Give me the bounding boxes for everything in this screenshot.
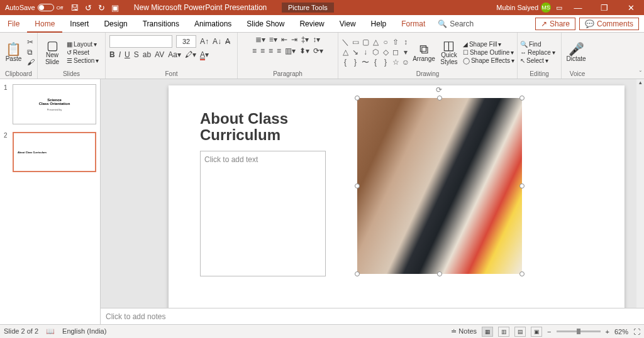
user-account[interactable]: Mubin Saiyed MS xyxy=(496,3,551,13)
increase-font-icon[interactable]: A↑ xyxy=(200,37,209,46)
align-left-icon[interactable]: ≡ xyxy=(252,46,257,55)
replace-button[interactable]: ↔Replace ▾ xyxy=(520,49,555,56)
font-color-icon[interactable]: A▾ xyxy=(200,50,209,59)
notes-pane[interactable]: Click to add notes xyxy=(101,308,644,324)
tab-slideshow[interactable]: Slide Show xyxy=(239,15,292,33)
tab-help[interactable]: Help xyxy=(364,15,394,33)
tab-design[interactable]: Design xyxy=(96,15,135,33)
tab-view[interactable]: View xyxy=(332,15,364,33)
zoom-out-button[interactable]: − xyxy=(547,328,551,335)
decrease-indent-icon[interactable]: ⇤ xyxy=(281,35,287,44)
paste-button[interactable]: 📋 Paste xyxy=(3,43,25,62)
resize-handle[interactable] xyxy=(437,95,442,101)
notes-toggle[interactable]: ≐ Notes xyxy=(451,327,477,335)
zoom-in-button[interactable]: + xyxy=(606,328,609,335)
search-box[interactable]: 🔍 Search xyxy=(438,15,474,32)
shadow-icon[interactable]: ab xyxy=(143,50,151,59)
tab-transitions[interactable]: Transitions xyxy=(135,15,187,33)
align-text-icon[interactable]: ⬍▾ xyxy=(299,46,309,55)
minimize-button[interactable]: — xyxy=(567,0,589,15)
dictate-button[interactable]: 🎤 Dictate xyxy=(564,43,588,62)
italic-icon[interactable]: I xyxy=(119,50,121,59)
text-direction-icon[interactable]: ↕▾ xyxy=(313,35,320,44)
collapse-ribbon-icon[interactable]: ˇ xyxy=(640,70,641,77)
section-button[interactable]: ☰Section ▾ xyxy=(67,57,99,64)
language-indicator[interactable]: English (India) xyxy=(62,327,106,335)
tab-file[interactable]: File xyxy=(0,15,27,33)
resize-handle[interactable] xyxy=(519,271,525,276)
selected-picture[interactable]: ⟳ ✥ xyxy=(357,98,522,274)
close-button[interactable]: ✕ xyxy=(620,0,641,15)
normal-view-button[interactable]: ▦ xyxy=(482,327,493,337)
rotate-handle-icon[interactable]: ⟳ xyxy=(436,85,442,94)
bold-icon[interactable]: B xyxy=(109,50,115,59)
redo-icon[interactable]: ↻ xyxy=(98,3,105,13)
quick-styles-button[interactable]: ◫ Quick Styles xyxy=(438,39,460,65)
font-name-combo[interactable] xyxy=(109,35,172,48)
reset-button[interactable]: ↺Reset xyxy=(67,49,99,56)
zoom-level[interactable]: 62% xyxy=(614,328,628,335)
shape-effects-button[interactable]: ◯Shape Effects ▾ xyxy=(463,57,514,64)
font-size-combo[interactable] xyxy=(176,35,196,48)
slide-thumbnail-2[interactable]: About Class Curriculum xyxy=(13,132,96,172)
slide-title[interactable]: About Class Curriculum xyxy=(200,111,288,144)
resize-handle[interactable] xyxy=(437,271,442,276)
slideshow-view-button[interactable]: ▣ xyxy=(531,327,542,337)
layout-button[interactable]: ▦Layout ▾ xyxy=(67,41,99,48)
resize-handle[interactable] xyxy=(519,183,525,188)
scroll-up-icon[interactable]: ▴ xyxy=(636,79,644,87)
autosave-toggle[interactable]: AutoSave Off xyxy=(5,4,63,11)
slide-canvas[interactable]: About Class Curriculum Click to add text… xyxy=(169,85,625,308)
change-case-icon[interactable]: Aa▾ xyxy=(168,50,181,59)
increase-indent-icon[interactable]: ⇥ xyxy=(291,35,297,44)
slide-thumbnail-1[interactable]: Science Class Orientation Presented by xyxy=(13,84,96,124)
slide-counter[interactable]: Slide 2 of 2 xyxy=(4,327,38,335)
undo-icon[interactable]: ↺ xyxy=(85,3,92,13)
cut-icon[interactable]: ✂ xyxy=(27,38,35,46)
tab-animations[interactable]: Animations xyxy=(187,15,239,33)
highlight-icon[interactable]: 🖍▾ xyxy=(185,50,196,59)
arrange-button[interactable]: ⧉ Arrange xyxy=(413,43,435,62)
start-show-icon[interactable]: ▣ xyxy=(111,3,119,13)
tab-format[interactable]: Format xyxy=(394,15,433,33)
decrease-font-icon[interactable]: A↓ xyxy=(213,37,221,46)
maximize-button[interactable]: ❐ xyxy=(594,0,615,15)
picture-tools-tab[interactable]: Picture Tools xyxy=(282,3,334,13)
resize-handle[interactable] xyxy=(355,95,360,101)
smartart-icon[interactable]: ⟳▾ xyxy=(313,46,323,55)
find-button[interactable]: 🔍Find xyxy=(520,41,555,48)
resize-handle[interactable] xyxy=(355,271,360,276)
shape-fill-button[interactable]: ◢Shape Fill ▾ xyxy=(463,41,514,48)
vertical-scrollbar[interactable]: ▴ xyxy=(636,79,644,308)
line-spacing-icon[interactable]: ‡▾ xyxy=(301,35,309,44)
align-center-icon[interactable]: ≡ xyxy=(260,46,265,55)
shapes-gallery[interactable]: ＼▭▢△○⇧↕ △↘↓⬡◇◻▾ {}〜{}☆☺ xyxy=(341,38,410,67)
resize-handle[interactable] xyxy=(519,95,525,101)
resize-handle[interactable] xyxy=(355,183,360,188)
underline-icon[interactable]: U xyxy=(125,50,130,59)
copy-icon[interactable]: ⧉ xyxy=(27,48,35,57)
bullets-icon[interactable]: ≣▾ xyxy=(255,35,265,44)
strike-icon[interactable]: S xyxy=(134,50,139,59)
save-icon[interactable]: 🖫 xyxy=(70,3,79,13)
shape-outline-button[interactable]: ☐Shape Outline ▾ xyxy=(463,49,514,56)
columns-icon[interactable]: ▥▾ xyxy=(285,46,296,55)
format-painter-icon[interactable]: 🖌 xyxy=(27,58,35,67)
content-placeholder[interactable]: Click to add text xyxy=(200,151,326,276)
align-right-icon[interactable]: ≡ xyxy=(269,46,273,55)
share-button[interactable]: ↗ Share xyxy=(535,18,575,30)
zoom-slider[interactable] xyxy=(557,330,601,332)
tab-insert[interactable]: Insert xyxy=(62,15,96,33)
numbering-icon[interactable]: ≡▾ xyxy=(269,35,277,44)
ribbon-display-icon[interactable]: ▭ xyxy=(556,4,562,12)
tab-review[interactable]: Review xyxy=(292,15,331,33)
new-slide-button[interactable]: ▢ New Slide xyxy=(40,39,64,65)
tab-home[interactable]: Home xyxy=(27,15,62,33)
select-button[interactable]: ↖Select ▾ xyxy=(520,57,555,64)
reading-view-button[interactable]: ▤ xyxy=(514,327,526,337)
justify-icon[interactable]: ≡ xyxy=(277,46,281,55)
spellcheck-icon[interactable]: 📖 xyxy=(46,327,55,335)
comments-button[interactable]: 💬 Comments xyxy=(579,18,639,30)
char-spacing-icon[interactable]: AV xyxy=(155,50,164,59)
clear-format-icon[interactable]: A̶ xyxy=(225,37,230,46)
